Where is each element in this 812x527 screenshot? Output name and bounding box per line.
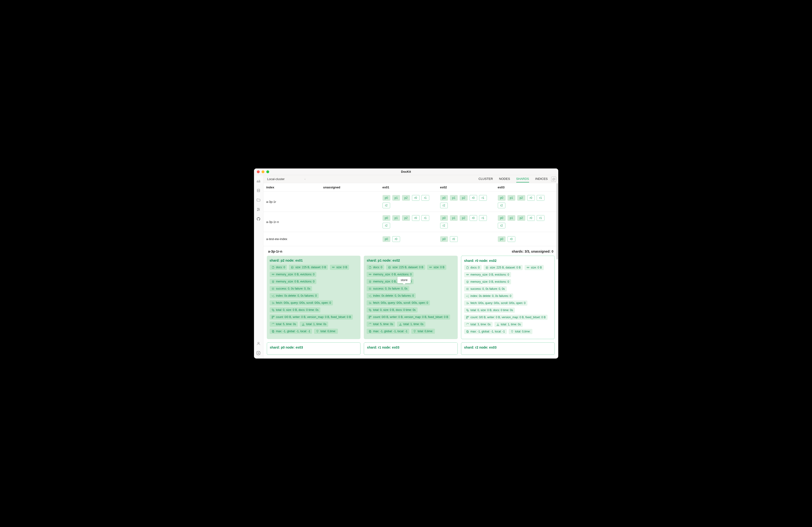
- svg-rect-91: [466, 274, 469, 275]
- svg-rect-27: [272, 274, 274, 274]
- cluster-dropdown[interactable]: Local-cluster: [265, 176, 308, 182]
- shard-chip[interactable]: r1: [421, 215, 429, 221]
- shard-chip[interactable]: p2: [460, 215, 467, 221]
- settings-icon[interactable]: [256, 351, 261, 355]
- shard-chip[interactable]: p1: [508, 195, 515, 201]
- shard-chip[interactable]: r0: [469, 195, 477, 201]
- main-panel: Local-cluster CLUSTER NODES SHARDS INDIC…: [263, 175, 558, 359]
- stat-badge: size: 225 B, dataset: 0 B: [386, 265, 425, 270]
- index-icon: [272, 294, 275, 297]
- svg-line-39: [274, 303, 274, 304]
- stat-badge: memory_size: 0 B, evictions: 0: [367, 272, 414, 277]
- shard-chip[interactable]: r2: [440, 202, 448, 208]
- shard-chip[interactable]: p1: [450, 215, 458, 221]
- shard-chip[interactable]: r2: [382, 223, 390, 228]
- badge-row: memory_size: 0 B, evictions: 0: [464, 272, 552, 277]
- index-name: a-3p-1r: [266, 200, 323, 204]
- shard-chip[interactable]: r0: [527, 215, 535, 221]
- segments-icon: [272, 316, 275, 319]
- shard-chip[interactable]: r2: [382, 202, 390, 208]
- tab-shards[interactable]: SHARDS: [516, 176, 529, 182]
- stat-badge: fetch: 0/0s, query: 0/0s, scroll: 0/0s, …: [464, 300, 527, 306]
- badge-row: docs: 0size: 225 B, dataset: 0 Bsize: 0 …: [464, 265, 552, 270]
- shard-chip[interactable]: r0: [412, 215, 420, 221]
- scrollbar-thumb[interactable]: [556, 183, 558, 259]
- svg-rect-47: [272, 330, 273, 332]
- stat-badge: size: 0 B: [525, 265, 544, 270]
- table-row[interactable]: a-3p-1rp0p1p2r0r1r2p0p1p2r0r1r2p0p1p2r0r…: [263, 192, 558, 212]
- store-icon: [291, 266, 294, 269]
- shard-chip[interactable]: p0: [440, 215, 448, 221]
- feedback-button[interactable]: [551, 177, 556, 182]
- content-scroll[interactable]: index unassigned es01 es02 es03 a-3p-1rp…: [263, 183, 558, 359]
- shard-card-title: shard: r0 node: es02: [464, 259, 552, 262]
- tab-nodes[interactable]: NODES: [499, 176, 510, 182]
- db-icon[interactable]: [256, 189, 261, 193]
- shard-chip[interactable]: r0: [527, 195, 535, 201]
- tab-indices[interactable]: INDICES: [535, 176, 548, 182]
- shard-chip[interactable]: r1: [479, 195, 487, 201]
- node-cell-es03: p0r0: [498, 236, 555, 242]
- shard-chip[interactable]: r0: [392, 236, 400, 242]
- top-toolbar: Local-cluster CLUSTER NODES SHARDS INDIC…: [263, 175, 558, 183]
- warmer-icon: [272, 330, 275, 333]
- stat-badge: total: 5, time: 0s: [367, 321, 395, 327]
- shard-chip[interactable]: p0: [382, 215, 390, 221]
- shard-card[interactable]: shard: r0 node: es02docs: 0size: 225 B, …: [461, 256, 555, 339]
- badge-row: docs: 0size: 225 B, dataset: 0 Bsize: 0 …: [367, 265, 455, 270]
- svg-rect-54: [430, 267, 432, 267]
- shard-chip[interactable]: p0: [498, 195, 506, 201]
- shard-card[interactable]: shard: p2 node: es01docs: 0size: 225 B, …: [267, 256, 361, 339]
- shard-chip[interactable]: p1: [508, 215, 515, 221]
- svg-rect-86: [527, 267, 529, 268]
- shard-chip[interactable]: p1: [450, 195, 458, 201]
- shard-card[interactable]: shard: p1 node: es02docs: 0size: 225 B, …: [364, 256, 458, 339]
- svg-rect-76: [369, 317, 370, 318]
- shard-chip[interactable]: r2: [498, 202, 506, 208]
- user-icon[interactable]: [256, 342, 261, 346]
- detail-header: a-3p-1r-n shards: 3/3, unassigned: 0: [263, 246, 558, 256]
- shard-chip[interactable]: r1: [537, 215, 545, 221]
- merge-icon: [368, 308, 372, 312]
- shard-card[interactable]: shard: r2 node: es03: [461, 342, 555, 355]
- badge-row: fetch: 0/0s, query: 0/0s, scroll: 0/0s, …: [270, 300, 358, 305]
- shard-chip[interactable]: p2: [402, 215, 410, 221]
- shard-chip[interactable]: p0: [382, 195, 390, 201]
- github-icon[interactable]: [256, 217, 261, 221]
- table-row[interactable]: a-3p-1r-np0p1p2r0r1r2p0p1p2r0r1r2p0p1p2r…: [263, 212, 558, 232]
- getstat-icon: [511, 330, 514, 333]
- tab-cluster[interactable]: CLUSTER: [479, 176, 493, 182]
- shard-chip[interactable]: p1: [392, 195, 400, 201]
- shard-chip[interactable]: r0: [450, 236, 458, 242]
- shard-chip[interactable]: r0: [508, 236, 515, 242]
- shard-chip[interactable]: r1: [421, 195, 429, 201]
- equalizer-icon[interactable]: [256, 179, 261, 183]
- shard-card[interactable]: shard: p0 node: es03: [267, 342, 361, 355]
- fielddata-icon: [332, 266, 335, 269]
- stat-badge: docs: 0: [464, 265, 482, 270]
- sliders-icon[interactable]: [256, 207, 261, 212]
- shard-chip[interactable]: p1: [392, 215, 400, 221]
- shard-chip[interactable]: r2: [440, 223, 448, 228]
- shard-chip[interactable]: p0: [382, 236, 390, 242]
- shard-chip[interactable]: p0: [440, 195, 448, 201]
- shard-chip[interactable]: p2: [517, 195, 525, 201]
- chevron-down-icon: [304, 178, 306, 180]
- shard-chip[interactable]: r2: [498, 223, 506, 228]
- shard-chip[interactable]: p0: [498, 215, 506, 221]
- shard-chip[interactable]: p0: [498, 236, 506, 242]
- table-row[interactable]: a-test-ew-indexp0r0p0r0p0r0: [263, 232, 558, 246]
- shard-chip[interactable]: p0: [440, 236, 448, 242]
- shard-chip[interactable]: r0: [412, 195, 420, 201]
- shard-chip[interactable]: p2: [402, 195, 410, 201]
- shard-chip[interactable]: p2: [517, 215, 525, 221]
- shard-chip[interactable]: p2: [460, 195, 467, 201]
- shard-chip[interactable]: r1: [479, 215, 487, 221]
- badge-row: total: 0, size: 0 B, docs: 0 time: 0s: [464, 307, 552, 313]
- badge-row: index: 0s delete: 0, 0s failures: 0: [367, 293, 455, 298]
- stat-badge: max: -1, global: -1, local: -1: [464, 329, 507, 334]
- folder-icon[interactable]: [256, 198, 261, 202]
- shard-chip[interactable]: r1: [537, 195, 545, 201]
- shard-card[interactable]: shard: r1 node: es03: [364, 342, 458, 355]
- shard-chip[interactable]: r0: [469, 215, 477, 221]
